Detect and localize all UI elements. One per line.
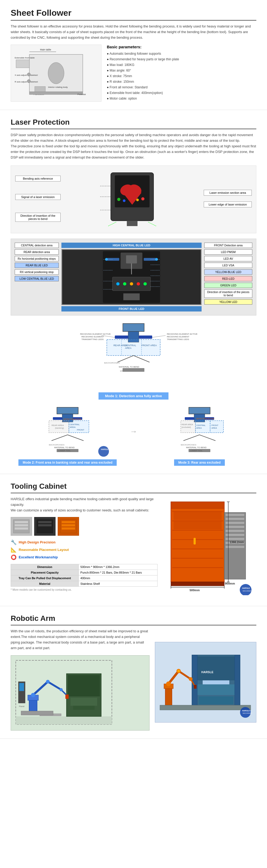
ra-right-panel: HARSLE HARSLE MACHINERY <box>155 628 256 730</box>
svg-point-43 <box>143 282 147 286</box>
feature-layout: 📐 Reasonable Placement Layout <box>11 547 157 553</box>
svg-text:MACHINERY: MACHINERY <box>243 712 252 714</box>
svg-line-74 <box>152 336 166 337</box>
svg-text:REAR AREA: REAR AREA <box>52 424 64 427</box>
laser-left-panel: Bending axis reference Signal of a laser… <box>15 170 61 229</box>
tc-right-panel: 1366.2mm 500mm 900mm HARSLE MACHINERY <box>163 496 256 598</box>
tc-features: 🔧 High Design Precision 📐 Reasonable Pla… <box>11 539 157 560</box>
svg-text:BACKGROISES: BACKGROISES <box>104 362 120 364</box>
modes-23-row: REAR AREA (banking) CENTRAL AREA FRONT D… <box>11 406 256 466</box>
svg-text:BACKGROISES: BACKGROISES <box>49 444 64 446</box>
svg-text:MATERIAL TO BEND: MATERIAL TO BEND <box>186 446 207 449</box>
param-item: Motor cable: option <box>107 96 179 101</box>
svg-rect-176 <box>21 711 53 715</box>
svg-line-189 <box>169 671 179 684</box>
svg-rect-44 <box>123 293 140 301</box>
led-right-labels: FRONT Detection area LED PMSM LED AV LED… <box>204 243 252 311</box>
svg-rect-126 <box>171 502 224 508</box>
laser-center-diagram <box>63 170 201 229</box>
svg-text:HARSLE: HARSLE <box>101 448 109 450</box>
svg-rect-58 <box>139 336 152 339</box>
sheet-follower-section: Sheet Follower The sheet follower is an … <box>0 0 267 110</box>
svg-rect-131 <box>172 549 223 549</box>
svg-text:HARSLE: HARSLE <box>201 671 213 674</box>
mode2-svg: REAR AREA (banking) CENTRAL AREA FRONT D… <box>25 406 110 459</box>
svg-rect-78 <box>57 407 78 414</box>
svg-point-40 <box>123 282 126 286</box>
svg-text:1366.2mm: 1366.2mm <box>230 540 244 544</box>
svg-point-172 <box>46 680 50 684</box>
label-rear-blue-led: REAR BLUE LED <box>15 262 59 268</box>
svg-text:500mm: 500mm <box>189 589 200 592</box>
svg-point-173 <box>60 688 63 691</box>
led-panel: CENTRAL detection area REAR detection ar… <box>15 243 252 311</box>
svg-rect-69 <box>123 368 144 372</box>
svg-rect-13 <box>29 92 83 94</box>
svg-text:MATERIAL TO BEND: MATERIAL TO BEND <box>54 446 75 449</box>
label-front-detection: FRONT Detection area <box>204 243 252 248</box>
svg-rect-129 <box>172 530 223 531</box>
led-device-body <box>61 249 202 305</box>
robotic-arm-content: With the use of robots, the production e… <box>11 628 256 730</box>
mode2-section: REAR AREA (banking) CENTRAL AREA FRONT D… <box>11 406 124 466</box>
svg-rect-130 <box>172 539 223 540</box>
svg-rect-55 <box>123 323 144 332</box>
svg-text:Extensible front table: Extensible front table <box>15 57 35 59</box>
led-left-labels: CENTRAL detection area REAR detection ar… <box>15 243 59 311</box>
mode1-svg: REAR AREA CENTRAL AREA FRONT AREA BACKGR… <box>40 321 227 390</box>
param-item: Front all remove: Standard <box>107 85 179 90</box>
param-item: Automatic bending follower supports <box>107 51 179 56</box>
svg-point-6 <box>27 73 30 76</box>
tc-th-dimension: Dimension <box>11 564 79 569</box>
tc-th-displacement: Tray Can Be Pulled Out Displacement <box>11 575 79 581</box>
label-laser-section: Laser emission section area <box>204 190 252 196</box>
basic-params: Basic parameters: Automatic bending foll… <box>107 44 179 102</box>
led-device-svg <box>62 250 201 304</box>
label-direction-insertion: Direction of insertion of the pieces to … <box>15 213 61 222</box>
svg-point-94 <box>98 446 109 457</box>
params-list: Automatic bending follower supports Reco… <box>107 51 179 101</box>
label-rx-horizontal: Rx horizontal positioning stops <box>15 256 59 261</box>
laser-svg <box>95 170 170 229</box>
param-item: R stroke: 150mm <box>107 79 179 84</box>
svg-rect-165 <box>73 706 94 710</box>
svg-rect-181 <box>193 656 239 680</box>
ra-left-panel: With the use of robots, the production e… <box>11 628 150 730</box>
label-signal-laser: Signal of a laser emission <box>15 194 61 200</box>
ra-intro-text: With the use of robots, the production e… <box>11 628 150 651</box>
svg-text:AREA: AREA <box>196 427 202 429</box>
svg-point-11 <box>48 62 64 84</box>
svg-rect-163 <box>68 675 100 696</box>
svg-rect-117 <box>15 527 28 530</box>
mode3-label: Mode 3: Rear area excluded <box>174 459 225 466</box>
ra-machine-svg: HARSLE HARSLE MACHINERY <box>157 644 254 719</box>
svg-rect-116 <box>15 524 28 526</box>
mode1-label: Mode 1: Detection area fully active <box>98 392 168 400</box>
svg-rect-128 <box>172 521 223 521</box>
svg-rect-123 <box>62 524 75 526</box>
svg-rect-195 <box>194 685 197 689</box>
modes-arrow: → <box>130 406 137 436</box>
svg-point-22 <box>136 198 139 201</box>
svg-point-42 <box>137 282 140 286</box>
svg-rect-124 <box>62 527 75 530</box>
svg-point-20 <box>117 198 120 201</box>
label-direction-pieces: Direction of insertion of the pieces to … <box>204 289 252 298</box>
param-item: Recommended for heavy parts or large thi… <box>107 57 179 62</box>
svg-text:RECEIVING ELEMENT: RECEIVING ELEMENT <box>167 336 189 338</box>
param-item: Max angle: 60° <box>107 68 179 73</box>
svg-text:X axis adjust handwheel: X axis adjust handwheel <box>15 74 38 76</box>
label-central-detection: CENTRAL detection area <box>15 243 59 248</box>
svg-rect-132 <box>172 558 223 559</box>
svg-point-157 <box>240 584 251 595</box>
tc-intro-text: HARSLE offers industrial grade bending m… <box>11 496 157 513</box>
feature-workmanship: ⭕ Excellent Workmanship <box>11 554 157 560</box>
tc-td-material: Stainless Shelf <box>79 581 157 586</box>
svg-text:Pedestal: Pedestal <box>78 93 86 96</box>
svg-rect-115 <box>15 521 28 523</box>
label-lower-edge: Lower edge of laser emission <box>204 202 252 207</box>
svg-text:(excluded): (excluded) <box>182 426 191 428</box>
svg-text:REAR AREA: REAR AREA <box>182 423 193 426</box>
label-green-led: GREEN LED <box>204 283 252 288</box>
basic-params-title: Basic parameters: <box>107 44 179 49</box>
